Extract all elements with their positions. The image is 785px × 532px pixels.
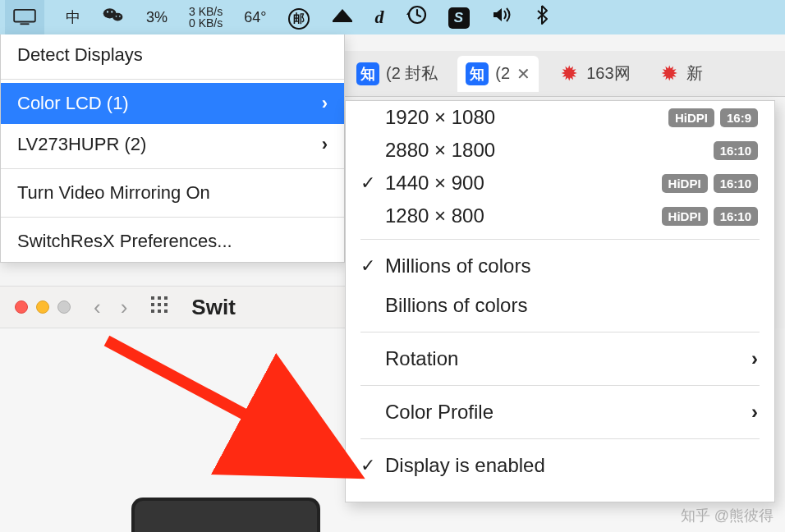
time-machine-icon[interactable] bbox=[406, 4, 427, 30]
desktop-icon[interactable] bbox=[331, 6, 354, 29]
minimize-window-button[interactable] bbox=[36, 300, 49, 314]
close-window-button[interactable] bbox=[15, 300, 28, 314]
nav-arrows: ‹ › bbox=[94, 295, 127, 320]
temperature-indicator[interactable]: 64° bbox=[244, 9, 266, 26]
network-speed-indicator[interactable]: 3 KB/s 0 KB/s bbox=[189, 6, 223, 29]
browser-tab[interactable]: 知 (2 封私 bbox=[348, 56, 446, 92]
resolution-2880x1800[interactable]: 2880 × 1800 16:10 bbox=[346, 134, 774, 167]
battery-percent[interactable]: 3% bbox=[146, 9, 168, 26]
checkmark-icon: ✓ bbox=[351, 455, 385, 476]
menu-item-label: Display is enabled bbox=[385, 454, 545, 477]
menu-separator bbox=[1, 79, 344, 80]
menu-item-label: Turn Video Mirroring On bbox=[17, 182, 210, 204]
input-method-indicator[interactable]: 中 bbox=[66, 7, 80, 27]
netease-icon: ✹ bbox=[558, 63, 580, 85]
wechat-icon[interactable] bbox=[102, 6, 125, 29]
chevron-right-icon: › bbox=[751, 401, 758, 424]
svg-rect-17 bbox=[158, 310, 161, 313]
menu-item-label: Rotation bbox=[385, 347, 458, 370]
menu-item-label: SwitchResX Preferences... bbox=[17, 231, 232, 252]
resolution-1920x1080[interactable]: 1920 × 1080 HiDPI 16:9 bbox=[346, 101, 774, 134]
millions-colors-item[interactable]: ✓ Millions of colors bbox=[346, 246, 774, 286]
tab-label: 新 bbox=[686, 62, 703, 85]
net-download: 0 KB/s bbox=[189, 17, 223, 29]
watermark-text: 知乎 @熊彼得 bbox=[681, 506, 774, 525]
zoom-window-button[interactable] bbox=[57, 300, 71, 314]
menu-item-label: Color Profile bbox=[385, 401, 493, 424]
resolution-1440x900[interactable]: ✓ 1440 × 900 HiDPI 16:10 bbox=[346, 167, 774, 200]
menu-separator bbox=[360, 438, 760, 439]
display-menu-icon[interactable] bbox=[5, 0, 44, 34]
menu-item-label: Billions of colors bbox=[385, 294, 527, 317]
resolution-1280x800[interactable]: 1280 × 800 HiDPI 16:10 bbox=[346, 200, 774, 232]
display-lv273-item[interactable]: LV273HUPR (2) › bbox=[1, 124, 344, 165]
display-dropdown-menu: Detect Displays Color LCD (1) › LV273HUP… bbox=[0, 34, 345, 263]
view-grid-icon[interactable] bbox=[150, 296, 168, 319]
aspect-badge: 16:10 bbox=[714, 207, 758, 226]
svg-rect-0 bbox=[14, 10, 35, 22]
menu-separator bbox=[1, 168, 344, 169]
svg-rect-18 bbox=[164, 310, 168, 313]
menu-item-label: Detect Displays bbox=[17, 44, 143, 66]
dock-widget bbox=[131, 498, 320, 532]
close-icon[interactable]: ✕ bbox=[516, 64, 530, 84]
menu-separator bbox=[360, 332, 760, 332]
video-mirroring-item[interactable]: Turn Video Mirroring On bbox=[1, 172, 344, 213]
chevron-right-icon: › bbox=[322, 134, 328, 155]
detect-displays-item[interactable]: Detect Displays bbox=[1, 34, 344, 76]
menu-item-label: Color LCD (1) bbox=[17, 93, 129, 114]
hidpi-badge: HiDPI bbox=[662, 174, 708, 193]
browser-tab[interactable]: ✹ 163网 bbox=[550, 56, 638, 92]
browser-tab-active[interactable]: 知 (2 ✕ bbox=[457, 56, 539, 92]
s-app-icon[interactable]: S bbox=[448, 6, 470, 29]
menu-separator bbox=[1, 217, 344, 218]
bluetooth-icon[interactable] bbox=[535, 4, 549, 30]
menu-bar: 中 3% 3 KB/s 0 KB/s 64° 邮 d S bbox=[0, 0, 785, 34]
finder-toolbar: ‹ › Swit bbox=[0, 286, 345, 328]
display-enabled-item[interactable]: ✓ Display is enabled bbox=[346, 446, 774, 485]
menu-item-label: LV273HUPR (2) bbox=[17, 134, 146, 155]
color-profile-item[interactable]: Color Profile › bbox=[346, 392, 774, 432]
tab-label: 163网 bbox=[586, 62, 630, 85]
menu-separator bbox=[360, 239, 760, 240]
svg-rect-12 bbox=[164, 296, 168, 300]
display-color-lcd-item[interactable]: Color LCD (1) › bbox=[1, 83, 344, 124]
tab-label: (2 封私 bbox=[386, 62, 438, 85]
svg-rect-11 bbox=[158, 296, 161, 300]
resolution-label: 1920 × 1080 bbox=[385, 106, 668, 129]
mail-icon[interactable]: 邮 bbox=[288, 6, 310, 30]
svg-rect-15 bbox=[164, 303, 168, 306]
svg-rect-13 bbox=[151, 303, 154, 306]
svg-rect-16 bbox=[151, 310, 154, 313]
chevron-right-icon: › bbox=[751, 347, 758, 370]
aspect-badge: 16:10 bbox=[714, 141, 758, 160]
resolution-label: 1440 × 900 bbox=[385, 172, 662, 195]
resolution-label: 2880 × 1800 bbox=[385, 139, 714, 162]
svg-point-3 bbox=[112, 13, 122, 21]
rotation-item[interactable]: Rotation › bbox=[346, 339, 774, 378]
hidpi-badge: HiDPI bbox=[662, 207, 708, 226]
zhihu-icon: 知 bbox=[356, 62, 379, 85]
billions-colors-item[interactable]: Billions of colors bbox=[346, 286, 774, 325]
svg-point-4 bbox=[107, 11, 108, 12]
window-traffic-lights bbox=[15, 300, 71, 314]
zhihu-icon: 知 bbox=[466, 62, 489, 85]
aspect-badge: 16:10 bbox=[714, 174, 758, 193]
forward-button[interactable]: › bbox=[121, 295, 128, 320]
hidpi-badge: HiDPI bbox=[668, 108, 714, 127]
menu-item-label: Millions of colors bbox=[385, 255, 530, 277]
resolution-label: 1280 × 800 bbox=[385, 204, 662, 227]
window-title: Swit bbox=[191, 295, 235, 320]
switchresx-prefs-item[interactable]: SwitchResX Preferences... bbox=[1, 221, 344, 262]
browser-tab[interactable]: ✹ 新 bbox=[650, 56, 711, 92]
back-button[interactable]: ‹ bbox=[94, 295, 101, 320]
volume-icon[interactable] bbox=[491, 6, 514, 29]
netease-icon: ✹ bbox=[659, 63, 680, 85]
svg-point-6 bbox=[116, 16, 117, 17]
svg-rect-8 bbox=[333, 21, 352, 22]
tab-label: (2 bbox=[495, 64, 510, 83]
menu-separator bbox=[360, 385, 760, 386]
d-app-icon[interactable]: d bbox=[375, 7, 384, 28]
svg-point-7 bbox=[119, 16, 121, 17]
svg-rect-14 bbox=[158, 303, 161, 306]
